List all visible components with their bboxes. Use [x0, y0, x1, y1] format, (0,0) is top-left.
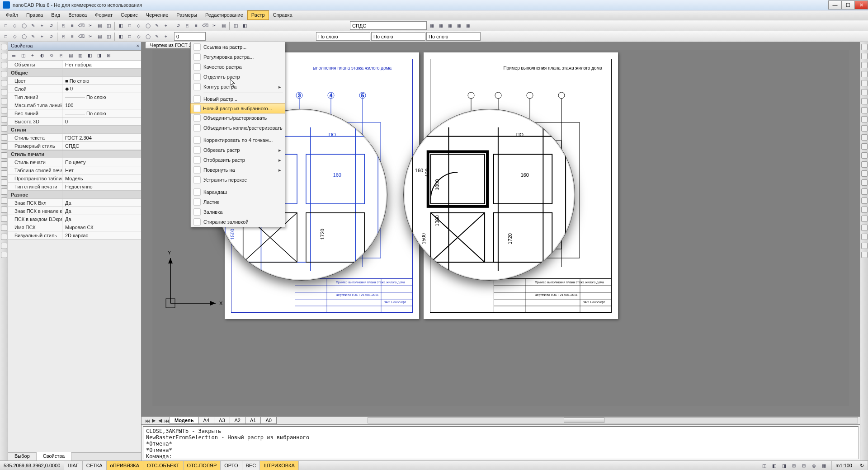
- toolbar-button[interactable]: ⌖: [38, 33, 46, 41]
- toolbar-button[interactable]: ◫: [104, 22, 113, 30]
- toolbar-button[interactable]: ↺: [47, 33, 55, 41]
- menu-item[interactable]: Корректировать по 4 точкам...: [191, 135, 285, 145]
- prop-value[interactable]: Модель: [62, 174, 141, 182]
- strip-button[interactable]: [1, 243, 7, 249]
- strip-button[interactable]: [861, 170, 868, 177]
- toolbar-button[interactable]: □: [2, 33, 10, 41]
- prop-value[interactable]: Да: [62, 215, 141, 223]
- prop-value[interactable]: Да: [62, 199, 141, 207]
- prop-value[interactable]: СПДС: [62, 142, 141, 150]
- toolbar-button[interactable]: ▦: [464, 22, 472, 30]
- strip-button[interactable]: [1, 197, 7, 204]
- close-button[interactable]: ✕: [854, 0, 868, 9]
- strip-button[interactable]: [861, 116, 868, 122]
- strip-button[interactable]: [861, 188, 868, 195]
- prop-value[interactable]: ———— По слою: [62, 109, 141, 117]
- strip-button[interactable]: [1, 134, 7, 141]
- strip-button[interactable]: [861, 161, 868, 168]
- toolbar-button[interactable]: ✂: [86, 22, 94, 30]
- tab-nav[interactable]: ⏭: [144, 418, 151, 423]
- minimize-button[interactable]: —: [828, 0, 842, 9]
- layout-tab[interactable]: А0: [260, 417, 276, 424]
- toolbar-button[interactable]: ⎘: [183, 22, 191, 30]
- layer-field[interactable]: 0: [174, 32, 206, 41]
- strip-button[interactable]: [861, 134, 868, 141]
- menu-item[interactable]: Ссылка на растр...: [191, 42, 285, 52]
- prop-value[interactable]: Нет: [62, 166, 141, 174]
- panel-tab[interactable]: Выбор: [8, 453, 37, 461]
- strip-button[interactable]: [861, 179, 868, 186]
- menu-item[interactable]: Регулировка растра...: [191, 52, 285, 62]
- toolbar-button[interactable]: ▤: [95, 33, 104, 41]
- strip-button[interactable]: [1, 143, 7, 150]
- prop-tool[interactable]: ◨: [95, 52, 103, 60]
- menu-item[interactable]: Качество растра: [191, 62, 285, 72]
- toolbar-button[interactable]: ⌫: [77, 33, 85, 41]
- menu-формат[interactable]: Формат: [91, 10, 117, 20]
- status-icon[interactable]: ⊟: [800, 461, 808, 470]
- menu-правка[interactable]: Правка: [22, 10, 47, 20]
- prop-value[interactable]: Мировая СК: [62, 223, 141, 231]
- status-icon[interactable]: ⊞: [790, 461, 798, 470]
- strip-button[interactable]: [861, 53, 868, 59]
- toolbar-button[interactable]: ▦: [437, 22, 445, 30]
- strip-button[interactable]: [861, 44, 868, 50]
- status-toggle-ШТРИХОВКА[interactable]: ШТРИХОВКА: [260, 461, 299, 470]
- toolbar-button[interactable]: ✎: [153, 22, 161, 30]
- tab-nav[interactable]: ⏮: [163, 418, 170, 423]
- prop-value[interactable]: 100: [62, 101, 141, 109]
- strip-button[interactable]: [861, 80, 868, 86]
- toolbar-button[interactable]: ✎: [29, 33, 37, 41]
- strip-button[interactable]: [861, 207, 868, 213]
- combo-bylayer-2[interactable]: По слою: [426, 32, 481, 41]
- toolbar-button[interactable]: □: [126, 33, 134, 41]
- toolbar-button[interactable]: ✂: [210, 22, 218, 30]
- status-scale[interactable]: m1:100: [832, 461, 856, 470]
- strip-button[interactable]: [861, 197, 868, 204]
- toolbar-button[interactable]: ▦: [446, 22, 454, 30]
- combo-bylayer-0[interactable]: По слою: [316, 32, 370, 41]
- prop-value[interactable]: 2D каркас: [62, 231, 141, 239]
- menu-редактирование[interactable]: Редактирование: [201, 10, 247, 20]
- toolbar-button[interactable]: ⎘: [59, 33, 67, 41]
- strip-button[interactable]: [861, 98, 868, 104]
- strip-button[interactable]: [1, 161, 7, 168]
- strip-button[interactable]: [861, 89, 868, 95]
- toolbar-button[interactable]: ◇: [11, 22, 19, 30]
- prop-tool[interactable]: ◫: [19, 52, 27, 60]
- menu-item[interactable]: Обрезать растр▸: [191, 145, 285, 155]
- prop-value[interactable]: По цвету: [62, 158, 141, 166]
- status-toggle-СЕТКА[interactable]: СЕТКА: [83, 461, 107, 470]
- toolbar-button[interactable]: ▦: [428, 22, 436, 30]
- tab-nav[interactable]: ▶: [151, 418, 157, 423]
- toolbar-button[interactable]: ◧: [241, 22, 249, 30]
- toolbar-button[interactable]: ⎘: [59, 22, 67, 30]
- prop-value[interactable]: 0: [62, 118, 141, 125]
- layout-tab[interactable]: А2: [230, 417, 245, 424]
- menu-item[interactable]: Стирание заливкой: [191, 217, 285, 227]
- menu-item[interactable]: Новый растр...: [191, 94, 285, 104]
- strip-button[interactable]: [1, 53, 7, 59]
- menu-item[interactable]: Объединить копию/растеризовать: [191, 123, 285, 133]
- prop-value[interactable]: ГОСТ 2.304: [62, 134, 141, 141]
- strip-button[interactable]: [1, 71, 7, 77]
- menu-item[interactable]: Отобразить растр▸: [191, 155, 285, 165]
- toolbar-button[interactable]: ◧: [117, 33, 125, 41]
- menu-справка[interactable]: Справка: [269, 10, 297, 20]
- maximize-button[interactable]: ☐: [841, 0, 855, 9]
- prop-tool[interactable]: ↻: [47, 52, 56, 60]
- strip-button[interactable]: [861, 143, 868, 150]
- toolbar-button[interactable]: ◧: [117, 22, 125, 30]
- status-toggle-ШАГ[interactable]: ШАГ: [64, 461, 82, 470]
- strip-button[interactable]: [861, 71, 868, 77]
- menu-item[interactable]: Повернуть на▸: [191, 165, 285, 175]
- menu-растр[interactable]: Растр: [247, 10, 269, 20]
- strip-button[interactable]: [1, 179, 7, 186]
- strip-button[interactable]: [861, 152, 868, 159]
- toolbar-button[interactable]: ⌖: [38, 22, 46, 30]
- toolbar-button[interactable]: ⌖: [162, 22, 170, 30]
- menu-сервис[interactable]: Сервис: [117, 10, 142, 20]
- canvas-host[interactable]: Чертеж из ГОСТ 21.501-... Ссылка на раст…: [142, 42, 860, 416]
- prop-tool[interactable]: ☰: [9, 52, 18, 60]
- command-history[interactable]: CLOSE,ЗАКРЫТЬ - Закрыть NewRasterFromSel…: [143, 426, 859, 459]
